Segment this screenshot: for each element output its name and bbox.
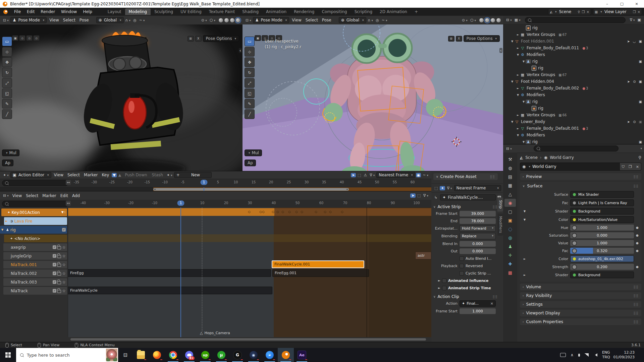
viewport-left-canvas[interactable]: ▭⊹ ✥↻ ⤢◱ ✎╱ ▣▫ ▫▫ ⊞ X Pose Options▾ ‹ ▾M… bbox=[0, 24, 243, 171]
shader-property-row[interactable]: Fac 0.320 ● bbox=[523, 248, 639, 254]
falloff-icon[interactable]: ~▾ bbox=[422, 173, 429, 177]
new-collection-icon[interactable]: ▣ bbox=[637, 18, 642, 22]
expand-arrow[interactable]: ► bbox=[516, 87, 520, 90]
action-id-icon[interactable]: ✦▾ bbox=[166, 173, 173, 177]
copy-icon[interactable]: ❐ bbox=[633, 10, 636, 14]
viewport-menu[interactable]: Pose bbox=[320, 17, 333, 23]
number-field[interactable]: 0.000 bbox=[460, 248, 496, 254]
scene-selector[interactable]: ◭▾ Scene ⚲ ❐ × bbox=[548, 8, 591, 15]
strip-property-row[interactable]: Blending ► Replace Replace Replace▾ bbox=[433, 233, 496, 239]
expand-arrow[interactable]: ► bbox=[516, 47, 520, 50]
property-tab[interactable]: ✚ bbox=[504, 260, 516, 268]
expand-arrow[interactable]: ▼ bbox=[516, 53, 520, 56]
display-mode-icon[interactable]: ▦▾ bbox=[514, 18, 522, 22]
outliner-row[interactable]: rig bbox=[503, 24, 644, 31]
taskbar-app[interactable]: 9+ bbox=[181, 348, 197, 362]
viewport-menu[interactable]: Select bbox=[304, 17, 320, 23]
render-camera-icon[interactable] bbox=[639, 100, 642, 104]
push-down-icon[interactable]: ▼⎍ bbox=[61, 210, 66, 214]
lock-icon[interactable] bbox=[57, 246, 61, 249]
operator-panel-ap[interactable]: Ap bbox=[245, 160, 256, 166]
keyframe-diamond[interactable]: ◇ bbox=[272, 210, 274, 214]
editor-type-icon[interactable]: ⊡▾ bbox=[2, 18, 10, 22]
stash-button[interactable]: Stash bbox=[150, 172, 165, 178]
operator-panel-collapsed[interactable]: ▾Mul bbox=[245, 149, 262, 156]
menu-item[interactable]: Render bbox=[38, 9, 58, 14]
property-value-field[interactable]: Mix Shader bbox=[570, 191, 634, 198]
track-enable-checkbox[interactable]: ✓ bbox=[53, 263, 56, 266]
selectable-icon[interactable] bbox=[627, 80, 630, 83]
viewport-menu[interactable]: View bbox=[290, 17, 303, 23]
dopesheet-mode-dropdown[interactable]: ▣Action Editor▾ bbox=[10, 172, 51, 178]
gizmos-icon[interactable]: ⬡▾ bbox=[469, 18, 477, 22]
editor-type-icon[interactable]: ⊟▾ bbox=[505, 18, 513, 22]
keyframe-diamond[interactable]: ◇ bbox=[341, 210, 343, 214]
expand-arrow[interactable]: ► bbox=[523, 274, 527, 277]
mode-dropdown[interactable]: ♟Pose Mode▾ bbox=[10, 17, 47, 23]
search-daily-image[interactable] bbox=[106, 349, 117, 361]
close-button[interactable]: × bbox=[629, 0, 644, 8]
render-camera-icon[interactable] bbox=[639, 40, 642, 43]
expand-arrow[interactable]: ▼ bbox=[510, 120, 514, 123]
dopesheet-search[interactable] bbox=[2, 180, 68, 186]
properties-search[interactable] bbox=[534, 145, 619, 152]
strip-property-row[interactable]: ► Auto Blend I... Auto Blend I... Auto B… bbox=[433, 255, 496, 261]
action-ruler[interactable]: ↔ -35-30-25-20-15-10-5510152025303540455… bbox=[0, 179, 431, 187]
property-tab[interactable]: ♟ bbox=[504, 242, 516, 250]
track-enable-checkbox[interactable]: ✓ bbox=[53, 289, 56, 293]
editor-menu[interactable]: Select bbox=[24, 193, 40, 198]
outliner-row[interactable]: ▼ rig bbox=[503, 58, 644, 65]
menu-item[interactable]: Window bbox=[58, 9, 80, 14]
outliner-row[interactable]: ▼ rig bbox=[503, 138, 644, 144]
track-enable-checkbox[interactable]: ✓ bbox=[53, 254, 56, 258]
surface-section-header[interactable]: ∨Surface⣿⣿ bbox=[523, 183, 639, 189]
tray-expand-icon[interactable]: ∧ bbox=[571, 353, 574, 357]
expand-arrow[interactable]: ▼ bbox=[523, 210, 527, 213]
render-camera-icon[interactable] bbox=[639, 60, 642, 63]
keyframe-diamond[interactable]: ◇ bbox=[281, 210, 284, 214]
strip-property-row[interactable]: ► Animated Strip Time Animated Strip Tim… bbox=[433, 285, 496, 291]
lock-icon[interactable] bbox=[57, 264, 61, 267]
collapsed-section[interactable]: ›Volume⣿⣿ bbox=[520, 284, 641, 290]
sidebar-tab[interactable]: Modifiers bbox=[497, 214, 503, 236]
keyframe-diamond[interactable]: ◇ bbox=[301, 210, 303, 214]
proportional-edit-icon[interactable]: ◎ bbox=[375, 18, 380, 22]
outliner-row[interactable]: ▼ Modifiers bbox=[503, 51, 644, 58]
gizmos-icon[interactable]: ⬡▾ bbox=[209, 18, 216, 22]
keyframe-diamond[interactable]: ◇ bbox=[329, 210, 332, 214]
workspace-tab[interactable]: Modeling bbox=[125, 8, 151, 15]
solo-star-icon[interactable]: ☆ bbox=[62, 254, 66, 258]
number-field[interactable]: 78.000 bbox=[460, 218, 496, 224]
task-view-button[interactable]: ⊟ bbox=[118, 348, 133, 362]
property-tab[interactable]: △ bbox=[504, 190, 516, 198]
view-layer-selector[interactable]: ▦▾ View Layer ❐ × bbox=[593, 8, 642, 15]
property-value-field[interactable]: 0.000 bbox=[570, 232, 634, 238]
workspace-tab[interactable]: Scripting bbox=[351, 8, 376, 15]
property-tab[interactable]: ▤ bbox=[504, 173, 516, 181]
proportional-icon[interactable]: ◉ bbox=[416, 173, 421, 177]
property-tab[interactable]: ▢ bbox=[504, 207, 516, 216]
outliner-row[interactable]: ▼ Modifiers bbox=[503, 92, 644, 98]
current-frame-indicator[interactable]: 1 bbox=[201, 180, 208, 185]
workspace-tab[interactable]: Animation bbox=[262, 8, 290, 15]
workspace-tab[interactable]: Shading bbox=[238, 8, 262, 15]
close-icon[interactable]: × bbox=[638, 10, 640, 14]
frame-range-icon[interactable]: ↔ bbox=[66, 180, 71, 185]
collapsed-section[interactable]: ›Viewport Display⣿⣿ bbox=[520, 310, 641, 316]
shader-property-row[interactable]: Strength 0.200 ● bbox=[523, 264, 639, 270]
action-id-field[interactable]: ✦Final...× bbox=[460, 300, 496, 307]
mode-dropdown[interactable]: ♟Pose Mode▾ bbox=[253, 17, 289, 23]
maximize-button[interactable]: ▢ bbox=[614, 0, 629, 8]
touch-keyboard-icon[interactable] bbox=[560, 353, 566, 357]
move-down-icon[interactable]: ▼ bbox=[112, 173, 116, 177]
box-select-icon[interactable]: ⬚ bbox=[357, 173, 362, 177]
visibility-eye-icon[interactable] bbox=[633, 40, 636, 43]
keyframe-diamond[interactable]: ◇ bbox=[288, 210, 291, 214]
checkbox[interactable] bbox=[460, 256, 464, 261]
nla-track-row[interactable]: NlaTrack.002 ✓ ☆ ✓ ▼⎍ bbox=[3, 269, 67, 277]
keyframe-diamond[interactable]: ◇ bbox=[259, 210, 262, 214]
keyframe-diamond[interactable]: ◇ bbox=[324, 210, 326, 214]
lock-icon[interactable] bbox=[57, 290, 61, 293]
workspace-tab[interactable]: Sculpting bbox=[151, 8, 177, 15]
microphone-icon[interactable] bbox=[578, 354, 580, 357]
